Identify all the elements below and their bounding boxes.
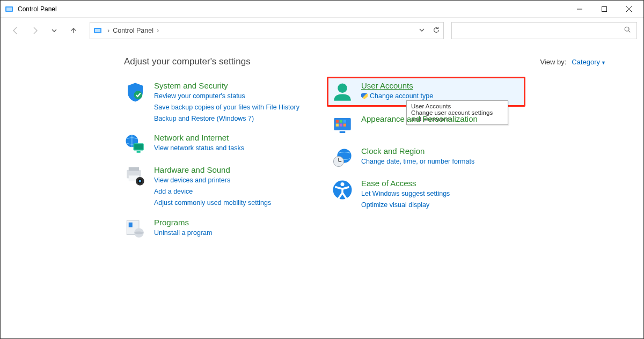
- forward-button[interactable]: [26, 22, 43, 39]
- control-panel-icon: [5, 5, 13, 13]
- refresh-button[interactable]: [433, 26, 440, 35]
- category-sublink[interactable]: Save backup copies of your files with Fi…: [154, 102, 299, 113]
- shield-icon: [124, 81, 147, 104]
- svg-point-8: [625, 27, 629, 31]
- category-sublink[interactable]: Backup and Restore (Windows 7): [154, 114, 299, 124]
- category-title[interactable]: Appearance and Personalization: [361, 114, 478, 123]
- category-title[interactable]: User Accounts: [361, 81, 433, 90]
- category-network-internet: Network and Internet View network status…: [124, 133, 323, 156]
- search-box[interactable]: [451, 22, 637, 39]
- recent-locations-button[interactable]: [46, 22, 63, 39]
- category-programs: Programs Uninstall a program: [124, 218, 323, 240]
- programs-icon: [124, 218, 147, 240]
- category-title[interactable]: Hardware and Sound: [154, 165, 271, 174]
- category-title[interactable]: Network and Internet: [154, 133, 244, 142]
- category-clock-region: Clock and Region Change date, time, or n…: [331, 146, 530, 169]
- view-by-control[interactable]: View by: Category▼: [540, 58, 606, 66]
- minimize-button[interactable]: [567, 1, 592, 18]
- svg-line-9: [629, 31, 631, 33]
- user-icon: [331, 81, 354, 104]
- category-sublink[interactable]: Optimize visual display: [361, 200, 450, 210]
- svg-rect-3: [602, 6, 607, 11]
- right-column: User Accounts Change account type User A…: [331, 81, 530, 240]
- category-sublink[interactable]: Let Windows suggest settings: [361, 189, 450, 199]
- svg-rect-30: [336, 124, 339, 127]
- address-icon: [93, 26, 102, 35]
- breadcrumb-sep-icon: ›: [107, 27, 109, 34]
- category-title[interactable]: Ease of Access: [361, 179, 450, 188]
- page-heading: Adjust your computer's settings: [124, 56, 251, 67]
- tooltip-title: User Accounts: [411, 103, 503, 109]
- category-sublink[interactable]: Change account type: [361, 91, 433, 101]
- svg-rect-22: [129, 222, 133, 227]
- svg-point-39: [341, 182, 345, 186]
- nav-row: › Control Panel ›: [1, 18, 643, 43]
- appearance-icon: [331, 114, 354, 137]
- svg-rect-7: [95, 29, 100, 32]
- close-button[interactable]: [617, 1, 641, 18]
- accessibility-icon: [331, 179, 354, 201]
- svg-rect-16: [129, 167, 139, 171]
- svg-point-20: [139, 180, 141, 182]
- address-bar[interactable]: › Control Panel ›: [90, 22, 444, 39]
- svg-rect-28: [340, 120, 342, 123]
- titlebar: Control Panel: [1, 1, 643, 18]
- history-dropdown-button[interactable]: [419, 27, 425, 35]
- category-sublink[interactable]: Review your computer's status: [154, 91, 299, 101]
- category-sublink[interactable]: View network status and tasks: [154, 143, 244, 153]
- main-content: Adjust your computer's settings View by:…: [124, 56, 633, 240]
- printer-camera-icon: [124, 165, 147, 188]
- view-by-label: View by:: [540, 58, 566, 66]
- search-icon: [624, 26, 631, 35]
- clock-globe-icon: [331, 146, 354, 169]
- up-button[interactable]: [65, 22, 82, 39]
- view-by-value[interactable]: Category▼: [572, 58, 606, 66]
- category-hardware-sound: Hardware and Sound View devices and prin…: [124, 165, 323, 208]
- back-button[interactable]: [7, 22, 24, 39]
- category-system-security: System and Security Review your computer…: [124, 81, 323, 123]
- svg-rect-13: [134, 144, 143, 150]
- category-sublink[interactable]: Add a device: [154, 187, 271, 197]
- category-title[interactable]: System and Security: [154, 81, 299, 90]
- category-ease-of-access: Ease of Access Let Windows suggest setti…: [331, 179, 530, 210]
- breadcrumb-location[interactable]: Control Panel: [113, 27, 153, 34]
- maximize-button[interactable]: [592, 1, 617, 18]
- svg-rect-27: [336, 120, 339, 123]
- globe-monitor-icon: [124, 133, 147, 156]
- svg-point-24: [134, 231, 144, 234]
- category-sublink[interactable]: Uninstall a program: [154, 228, 212, 238]
- svg-rect-32: [343, 124, 346, 127]
- window-title: Control Panel: [18, 5, 57, 13]
- svg-rect-1: [6, 8, 12, 11]
- svg-rect-14: [137, 151, 141, 153]
- svg-rect-31: [340, 124, 342, 127]
- svg-rect-29: [343, 120, 346, 123]
- breadcrumb-sep-icon: ›: [157, 27, 159, 34]
- svg-point-25: [338, 83, 347, 93]
- category-appearance: Appearance and Personalization: [331, 114, 530, 137]
- svg-rect-33: [340, 131, 346, 134]
- category-sublink[interactable]: View devices and printers: [154, 175, 271, 186]
- category-sublink[interactable]: Adjust commonly used mobility settings: [154, 198, 271, 208]
- category-title[interactable]: Clock and Region: [361, 146, 474, 156]
- left-column: System and Security Review your computer…: [124, 81, 323, 240]
- category-title[interactable]: Programs: [154, 218, 212, 227]
- category-sublink[interactable]: Change date, time, or number formats: [361, 157, 474, 167]
